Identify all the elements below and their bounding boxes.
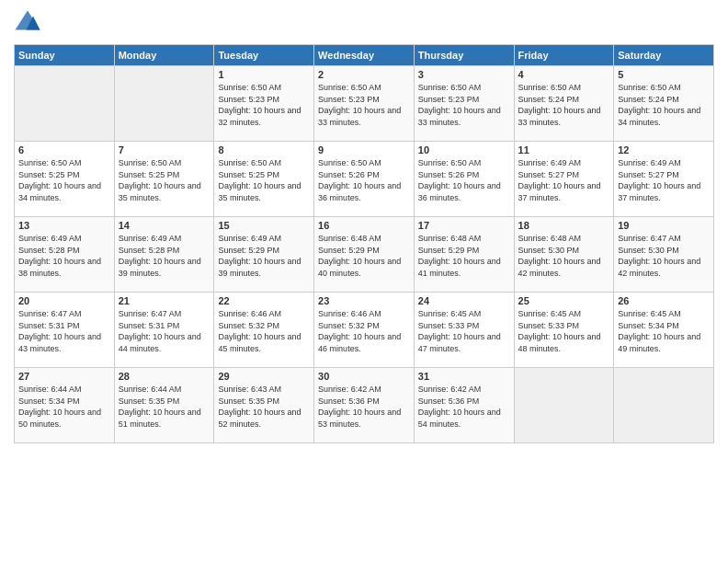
- day-cell: 22Sunrise: 6:46 AM Sunset: 5:32 PM Dayli…: [214, 293, 314, 368]
- day-number: 26: [618, 295, 710, 306]
- day-number: 8: [218, 144, 310, 155]
- day-number: 1: [218, 69, 310, 80]
- day-cell: 19Sunrise: 6:47 AM Sunset: 5:30 PM Dayli…: [614, 217, 714, 293]
- day-info: Sunrise: 6:50 AM Sunset: 5:25 PM Dayligh…: [119, 157, 210, 203]
- day-cell: 27Sunrise: 6:44 AM Sunset: 5:34 PM Dayli…: [15, 368, 115, 443]
- day-number: 29: [218, 371, 310, 382]
- day-number: 27: [18, 371, 110, 382]
- day-info: Sunrise: 6:50 AM Sunset: 5:25 PM Dayligh…: [218, 157, 310, 203]
- header-wednesday: Wednesday: [314, 45, 415, 66]
- week-row-5: 27Sunrise: 6:44 AM Sunset: 5:34 PM Dayli…: [15, 368, 714, 443]
- week-row-2: 6Sunrise: 6:50 AM Sunset: 5:25 PM Daylig…: [15, 142, 714, 217]
- day-cell: [614, 368, 714, 443]
- day-cell: 31Sunrise: 6:42 AM Sunset: 5:36 PM Dayli…: [414, 368, 514, 443]
- day-info: Sunrise: 6:50 AM Sunset: 5:24 PM Dayligh…: [518, 82, 610, 128]
- day-info: Sunrise: 6:49 AM Sunset: 5:28 PM Dayligh…: [18, 233, 110, 279]
- day-cell: 10Sunrise: 6:50 AM Sunset: 5:26 PM Dayli…: [414, 142, 514, 217]
- day-cell: 18Sunrise: 6:48 AM Sunset: 5:30 PM Dayli…: [514, 217, 614, 293]
- day-info: Sunrise: 6:44 AM Sunset: 5:34 PM Dayligh…: [18, 384, 110, 430]
- day-cell: 5Sunrise: 6:50 AM Sunset: 5:24 PM Daylig…: [614, 66, 714, 142]
- day-number: 21: [119, 295, 210, 306]
- day-info: Sunrise: 6:42 AM Sunset: 5:36 PM Dayligh…: [418, 384, 510, 430]
- day-number: 14: [119, 220, 210, 231]
- header-monday: Monday: [114, 45, 214, 66]
- day-info: Sunrise: 6:47 AM Sunset: 5:31 PM Dayligh…: [119, 308, 210, 354]
- day-number: 28: [119, 371, 210, 382]
- header-saturday: Saturday: [614, 45, 714, 66]
- day-cell: 8Sunrise: 6:50 AM Sunset: 5:25 PM Daylig…: [214, 142, 314, 217]
- day-number: 4: [518, 69, 610, 80]
- day-cell: 28Sunrise: 6:44 AM Sunset: 5:35 PM Dayli…: [114, 368, 214, 443]
- day-info: Sunrise: 6:50 AM Sunset: 5:23 PM Dayligh…: [318, 82, 410, 128]
- calendar-header: SundayMondayTuesdayWednesdayThursdayFrid…: [15, 45, 714, 66]
- day-number: 18: [518, 220, 610, 231]
- day-cell: 1Sunrise: 6:50 AM Sunset: 5:23 PM Daylig…: [214, 66, 314, 142]
- day-cell: [514, 368, 614, 443]
- day-info: Sunrise: 6:47 AM Sunset: 5:30 PM Dayligh…: [618, 233, 710, 279]
- header-friday: Friday: [514, 45, 614, 66]
- calendar-table: SundayMondayTuesdayWednesdayThursdayFrid…: [14, 44, 714, 443]
- day-number: 16: [318, 220, 410, 231]
- day-info: Sunrise: 6:49 AM Sunset: 5:28 PM Dayligh…: [119, 233, 210, 279]
- day-cell: 2Sunrise: 6:50 AM Sunset: 5:23 PM Daylig…: [314, 66, 415, 142]
- day-number: 5: [618, 69, 710, 80]
- day-cell: 23Sunrise: 6:46 AM Sunset: 5:32 PM Dayli…: [314, 293, 415, 368]
- day-number: 23: [318, 295, 410, 306]
- day-cell: 25Sunrise: 6:45 AM Sunset: 5:33 PM Dayli…: [514, 293, 614, 368]
- day-number: 10: [418, 144, 510, 155]
- day-number: 13: [18, 220, 110, 231]
- day-info: Sunrise: 6:45 AM Sunset: 5:34 PM Dayligh…: [618, 308, 710, 354]
- day-cell: 17Sunrise: 6:48 AM Sunset: 5:29 PM Dayli…: [414, 217, 514, 293]
- day-info: Sunrise: 6:45 AM Sunset: 5:33 PM Dayligh…: [418, 308, 510, 354]
- day-info: Sunrise: 6:48 AM Sunset: 5:29 PM Dayligh…: [318, 233, 410, 279]
- day-number: 25: [518, 295, 610, 306]
- day-info: Sunrise: 6:49 AM Sunset: 5:29 PM Dayligh…: [218, 233, 310, 279]
- day-number: 17: [418, 220, 510, 231]
- day-cell: 21Sunrise: 6:47 AM Sunset: 5:31 PM Dayli…: [114, 293, 214, 368]
- day-info: Sunrise: 6:43 AM Sunset: 5:35 PM Dayligh…: [218, 384, 310, 430]
- header-tuesday: Tuesday: [214, 45, 314, 66]
- day-info: Sunrise: 6:46 AM Sunset: 5:32 PM Dayligh…: [318, 308, 410, 354]
- day-cell: 6Sunrise: 6:50 AM Sunset: 5:25 PM Daylig…: [15, 142, 115, 217]
- day-info: Sunrise: 6:48 AM Sunset: 5:29 PM Dayligh…: [418, 233, 510, 279]
- day-number: 9: [318, 144, 410, 155]
- logo: [14, 9, 45, 37]
- day-info: Sunrise: 6:49 AM Sunset: 5:27 PM Dayligh…: [618, 157, 710, 203]
- day-cell: 15Sunrise: 6:49 AM Sunset: 5:29 PM Dayli…: [214, 217, 314, 293]
- day-info: Sunrise: 6:50 AM Sunset: 5:23 PM Dayligh…: [218, 82, 310, 128]
- day-number: 11: [518, 144, 610, 155]
- day-cell: 26Sunrise: 6:45 AM Sunset: 5:34 PM Dayli…: [614, 293, 714, 368]
- day-number: 2: [318, 69, 410, 80]
- day-info: Sunrise: 6:47 AM Sunset: 5:31 PM Dayligh…: [18, 308, 110, 354]
- day-number: 6: [18, 144, 110, 155]
- day-number: 3: [418, 69, 510, 80]
- day-info: Sunrise: 6:50 AM Sunset: 5:24 PM Dayligh…: [618, 82, 710, 128]
- day-cell: 16Sunrise: 6:48 AM Sunset: 5:29 PM Dayli…: [314, 217, 415, 293]
- day-cell: 29Sunrise: 6:43 AM Sunset: 5:35 PM Dayli…: [214, 368, 314, 443]
- day-info: Sunrise: 6:46 AM Sunset: 5:32 PM Dayligh…: [218, 308, 310, 354]
- day-cell: [114, 66, 214, 142]
- day-number: 7: [119, 144, 210, 155]
- day-cell: 13Sunrise: 6:49 AM Sunset: 5:28 PM Dayli…: [15, 217, 115, 293]
- day-number: 31: [418, 371, 510, 382]
- header-thursday: Thursday: [414, 45, 514, 66]
- day-info: Sunrise: 6:50 AM Sunset: 5:26 PM Dayligh…: [418, 157, 510, 203]
- day-cell: 7Sunrise: 6:50 AM Sunset: 5:25 PM Daylig…: [114, 142, 214, 217]
- day-info: Sunrise: 6:48 AM Sunset: 5:30 PM Dayligh…: [518, 233, 610, 279]
- day-cell: 14Sunrise: 6:49 AM Sunset: 5:28 PM Dayli…: [114, 217, 214, 293]
- page: SundayMondayTuesdayWednesdayThursdayFrid…: [0, 0, 728, 563]
- day-cell: 11Sunrise: 6:49 AM Sunset: 5:27 PM Dayli…: [514, 142, 614, 217]
- header: [14, 9, 714, 37]
- day-cell: 4Sunrise: 6:50 AM Sunset: 5:24 PM Daylig…: [514, 66, 614, 142]
- week-row-1: 1Sunrise: 6:50 AM Sunset: 5:23 PM Daylig…: [15, 66, 714, 142]
- day-info: Sunrise: 6:50 AM Sunset: 5:23 PM Dayligh…: [418, 82, 510, 128]
- day-number: 24: [418, 295, 510, 306]
- day-number: 22: [218, 295, 310, 306]
- day-number: 19: [618, 220, 710, 231]
- day-number: 20: [18, 295, 110, 306]
- day-info: Sunrise: 6:44 AM Sunset: 5:35 PM Dayligh…: [119, 384, 210, 430]
- day-number: 15: [218, 220, 310, 231]
- week-row-3: 13Sunrise: 6:49 AM Sunset: 5:28 PM Dayli…: [15, 217, 714, 293]
- calendar-body: 1Sunrise: 6:50 AM Sunset: 5:23 PM Daylig…: [15, 66, 714, 443]
- day-number: 12: [618, 144, 710, 155]
